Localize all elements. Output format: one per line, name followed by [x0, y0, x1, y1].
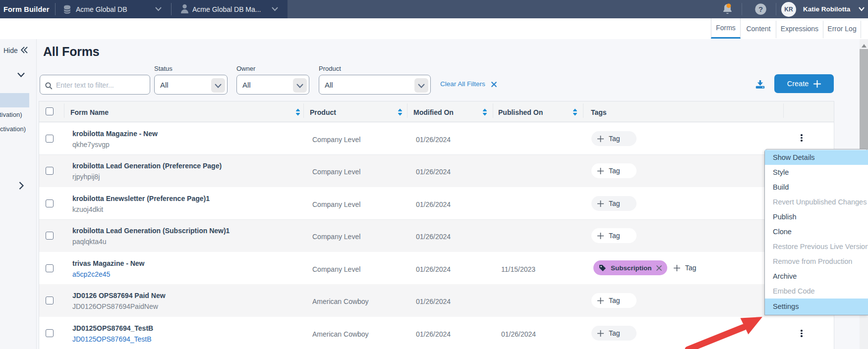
svg-text:?: ?: [758, 5, 763, 13]
